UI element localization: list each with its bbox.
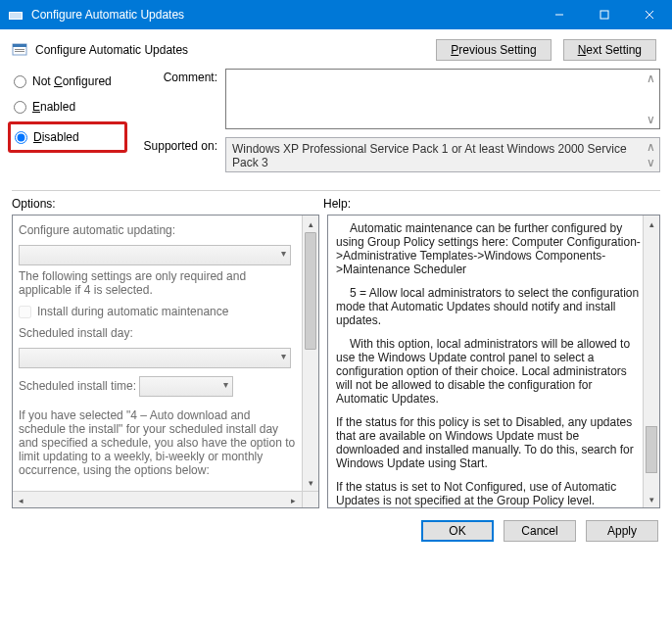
divider — [12, 190, 660, 191]
options-paragraph: If you have selected "4 – Auto download … — [19, 408, 297, 477]
scroll-thumb[interactable] — [646, 426, 657, 473]
scheduled-time-combo[interactable]: ▾ — [139, 376, 233, 397]
options-panel: Configure automatic updating: ▾ The foll… — [12, 215, 319, 508]
help-vscrollbar[interactable]: ▴ ▾ — [643, 216, 659, 507]
chevron-down-icon: ▾ — [281, 351, 286, 361]
svg-rect-10 — [15, 51, 24, 52]
radio-disabled-input[interactable] — [15, 131, 27, 144]
supported-on-value: Windows XP Professional Service Pack 1 o… — [232, 142, 627, 169]
supported-on-box: Windows XP Professional Service Pack 1 o… — [225, 137, 660, 172]
previous-setting-button[interactable]: Previous Setting — [436, 39, 551, 61]
svg-rect-2 — [10, 13, 22, 19]
help-label: Help: — [323, 197, 660, 211]
install-maintenance-input[interactable] — [19, 306, 31, 318]
options-label: Options: — [12, 197, 323, 211]
scheduled-time-label: Scheduled install time: — [19, 379, 136, 393]
scroll-down-icon[interactable]: ▾ — [303, 474, 319, 491]
options-required-text: The following settings are only required… — [19, 269, 297, 297]
svg-rect-1 — [9, 9, 23, 12]
titlebar-title: Configure Automatic Updates — [31, 8, 537, 22]
apply-button[interactable]: Apply — [586, 520, 658, 542]
svg-rect-8 — [13, 44, 26, 47]
maximize-button[interactable] — [582, 0, 627, 29]
next-setting-button[interactable]: Next Setting — [563, 39, 656, 61]
help-panel: Automatic maintenance can be further con… — [327, 215, 660, 508]
comment-scroll[interactable]: ∧∨ — [644, 72, 657, 126]
configure-updating-label: Configure automatic updating: — [19, 223, 297, 237]
scheduled-day-combo[interactable]: ▾ — [19, 348, 291, 368]
close-button[interactable] — [627, 0, 672, 29]
install-maintenance-checkbox[interactable]: Install during automatic maintenance — [19, 305, 297, 318]
scroll-corner — [302, 491, 318, 507]
radio-not-configured[interactable]: Not Configured — [12, 69, 127, 94]
chevron-down-icon: ▾ — [281, 248, 286, 259]
radio-enabled[interactable]: Enabled — [12, 94, 127, 120]
scroll-right-icon[interactable]: ▸ — [285, 492, 302, 508]
highlight-box: Disabled — [8, 121, 127, 153]
scroll-left-icon[interactable]: ◂ — [13, 492, 29, 508]
cancel-button[interactable]: Cancel — [504, 520, 576, 542]
scheduled-day-label: Scheduled install day: — [19, 326, 297, 340]
svg-rect-9 — [15, 49, 24, 50]
scroll-up-icon[interactable]: ▴ — [303, 216, 319, 232]
options-hscrollbar[interactable]: ◂ ▸ — [13, 491, 302, 507]
options-vscrollbar[interactable]: ▴ ▾ — [302, 216, 318, 491]
help-p2: 5 = Allow local administrators to select… — [336, 286, 642, 327]
ok-button[interactable]: OK — [421, 520, 494, 542]
supported-scroll[interactable]: ∧∨ — [644, 140, 657, 169]
help-p4: If the status for this policy is set to … — [336, 415, 642, 470]
help-p5: If the status is set to Not Configured, … — [336, 480, 642, 508]
chevron-down-icon: ▾ — [223, 379, 228, 390]
app-icon — [8, 7, 24, 23]
radio-enabled-input[interactable] — [14, 101, 26, 114]
policy-icon — [12, 42, 27, 58]
comment-textarea[interactable]: ∧∨ — [225, 69, 660, 129]
radio-not-configured-input[interactable] — [14, 75, 26, 88]
scroll-thumb[interactable] — [305, 232, 316, 350]
titlebar: Configure Automatic Updates — [0, 0, 672, 29]
help-p1: Automatic maintenance can be further con… — [336, 221, 642, 276]
scroll-down-icon[interactable]: ▾ — [644, 491, 660, 507]
page-title: Configure Automatic Updates — [35, 43, 188, 57]
configure-updating-combo[interactable]: ▾ — [19, 245, 291, 265]
minimize-button[interactable] — [537, 0, 582, 29]
help-p3: With this option, local administrators w… — [336, 337, 642, 406]
comment-label: Comment: — [139, 69, 225, 84]
svg-rect-4 — [600, 11, 608, 19]
supported-label: Supported on: — [139, 137, 225, 153]
scroll-up-icon[interactable]: ▴ — [644, 216, 660, 232]
radio-disabled[interactable]: Disabled — [13, 126, 122, 148]
